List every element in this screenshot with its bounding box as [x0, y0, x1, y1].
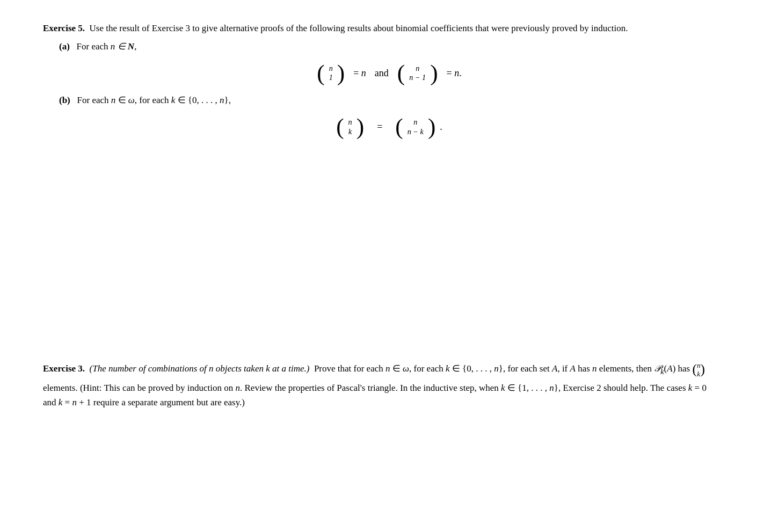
part-b-period: .: [440, 120, 442, 134]
left-paren-1: (: [317, 63, 324, 84]
binom-n-1: n 1: [329, 64, 333, 83]
eq1-text: = n: [353, 66, 366, 81]
binom-n-nk-bot: n − k: [408, 127, 424, 137]
right-paren-1: ): [337, 63, 345, 84]
binom-n-1-bot: 1: [329, 73, 333, 83]
binom-n-nk-top: n: [413, 118, 417, 127]
page-content: Exercise 5. Use the result of Exercise 3…: [43, 21, 719, 410]
eq2-text: = n.: [447, 66, 462, 81]
exercise5-block: Exercise 5. Use the result of Exercise 3…: [43, 21, 719, 137]
spacer: [43, 150, 719, 333]
ex3-binom-bot: k: [697, 370, 700, 378]
right-paren-b1: ): [356, 116, 364, 137]
exercise3-title: Exercise 3.: [43, 364, 85, 374]
binom-n-n1-bot: n − 1: [409, 73, 426, 83]
binom-n-k: n k: [348, 118, 352, 137]
eq-b-equals: =: [377, 120, 382, 134]
binom-n-k-bot: k: [348, 127, 352, 137]
binom-n-k-top: n: [348, 118, 352, 127]
exercise3-text: Exercise 3. (The number of combinations …: [43, 359, 719, 410]
exercise3-binom: ( n k ): [692, 359, 705, 381]
ex3-left-paren: (: [692, 359, 697, 381]
right-paren-b2: ): [428, 116, 435, 137]
left-paren-b2: (: [395, 116, 403, 137]
part-a-binom1: ( n 1 ) = n: [317, 63, 366, 84]
exercise3-italic: (The number of combinations of n objects…: [90, 364, 310, 374]
part-b-header: (b) For each n ∈ ω, for each k ∈ {0, . .…: [59, 93, 719, 107]
binom-n-n1-top: n: [416, 64, 419, 74]
and-text: and: [375, 66, 389, 81]
and-connector: and: [375, 66, 389, 81]
part-a-formula: ( n 1 ) = n and (: [59, 63, 719, 84]
binom-n-n1: n n − 1: [409, 64, 426, 83]
part-b-binom2: ( n n − k ) .: [395, 116, 442, 137]
ex3-binom-nk: n k: [697, 361, 701, 378]
part-a-label: (a): [59, 41, 70, 52]
part-b-label: (b): [59, 95, 70, 105]
left-paren-2: (: [397, 63, 405, 84]
part-a: (a) For each n ∈ N, ( n 1 ) = n: [59, 40, 719, 84]
part-a-header: (a) For each n ∈ N,: [59, 40, 719, 54]
exercise3-block: Exercise 3. (The number of combinations …: [43, 359, 719, 410]
part-a-n-elem: n ∈ N: [111, 41, 134, 52]
part-b-formula: ( n k ) = ( n n − k ): [59, 116, 719, 137]
part-b: (b) For each n ∈ ω, for each k ∈ {0, . .…: [59, 93, 719, 137]
exercise5-title: Exercise 5.: [43, 23, 85, 33]
binom-n-nk: n n − k: [408, 118, 424, 137]
part-a-binom2: ( n n − 1 ) = n.: [397, 63, 462, 84]
exercise5-intro-text: Use the result of Exercise 3 to give alt…: [87, 23, 628, 33]
ex3-binom-top: n: [697, 361, 701, 370]
part-b-binom1: ( n k ): [336, 116, 364, 137]
binom-n-1-top: n: [329, 64, 333, 74]
left-paren-b1: (: [336, 116, 344, 137]
exercise5-intro: Exercise 5. Use the result of Exercise 3…: [43, 21, 719, 35]
ex3-right-paren: ): [701, 359, 705, 381]
right-paren-2: ): [430, 63, 438, 84]
